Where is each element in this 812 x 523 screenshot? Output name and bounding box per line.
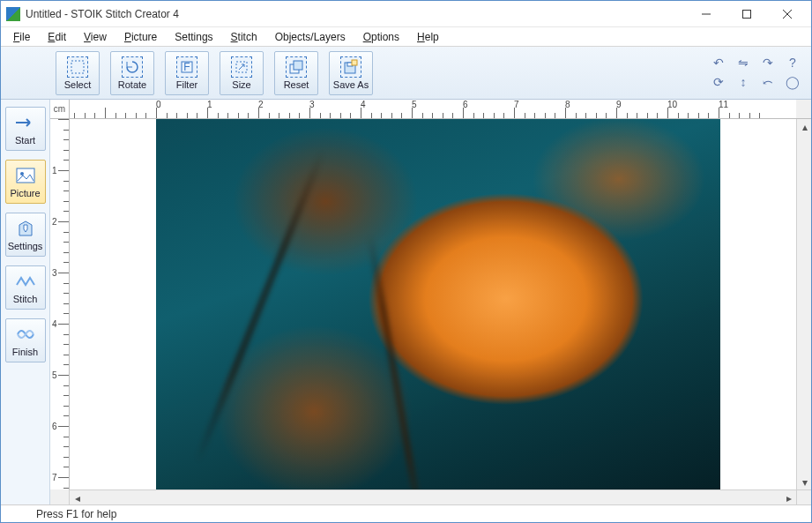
filter-icon: F <box>176 56 197 78</box>
rotate-label: Rotate <box>118 79 146 90</box>
horizontal-scrollbar[interactable]: ◂ ▸ <box>70 489 796 504</box>
h-ruler-label: 3 <box>309 100 315 109</box>
save-as-button[interactable]: Save As <box>329 51 373 95</box>
reset-icon <box>286 56 307 78</box>
horizontal-ruler: 01234567891011 <box>70 100 796 119</box>
workspace: StartPictureSettingsStitchFinish cm 0123… <box>1 100 811 504</box>
menu-file[interactable]: File <box>4 29 39 45</box>
minimize-button[interactable] <box>686 1 726 27</box>
app-icon <box>6 7 20 21</box>
svg-rect-6 <box>294 61 302 70</box>
scroll-right-arrow-icon[interactable]: ▸ <box>781 490 796 505</box>
stretch-mini-button[interactable]: ↕ <box>735 75 751 89</box>
ruler-unit-box[interactable]: cm <box>50 100 70 119</box>
statusbar: Press F1 for help <box>1 504 811 522</box>
menu-picture[interactable]: Picture <box>115 29 166 45</box>
menu-stitch[interactable]: Stitch <box>222 29 266 45</box>
h-ruler-label: 10 <box>667 100 677 109</box>
svg-rect-0 <box>743 10 751 18</box>
rotate-icon <box>122 56 143 78</box>
menu-settings[interactable]: Settings <box>166 29 221 45</box>
svg-text:F: F <box>183 61 190 73</box>
reset-label: Reset <box>284 79 309 90</box>
titlebar: Untitled - STOIK Stitch Creator 4 <box>1 1 811 27</box>
sidetab-settings-label: Settings <box>8 241 43 251</box>
close-button[interactable] <box>767 1 808 27</box>
h-ruler-label: 8 <box>565 100 570 109</box>
sidetab-finish-label: Finish <box>12 347 38 357</box>
select-button[interactable]: Select <box>56 51 100 95</box>
undo-mini-button[interactable]: ↶ <box>711 56 726 70</box>
size-button[interactable]: Size <box>220 51 264 95</box>
menu-help[interactable]: Help <box>408 29 448 45</box>
start-icon <box>13 112 38 133</box>
sidetab-start-label: Start <box>15 135 35 146</box>
sidetab-finish[interactable]: Finish <box>5 318 46 362</box>
select-icon <box>67 56 88 78</box>
vertical-scrollbar[interactable]: ▴ ▾ <box>796 119 811 489</box>
rotate-button[interactable]: Rotate <box>110 51 154 95</box>
sidetab-picture-label: Picture <box>10 188 40 198</box>
menubar: FileEditViewPictureSettingsStitchObjects… <box>1 27 811 47</box>
sidetab-picture[interactable]: Picture <box>5 160 46 204</box>
h-ruler-label: 9 <box>616 100 622 109</box>
refresh-mini-button[interactable]: ⟳ <box>711 75 726 89</box>
svg-point-11 <box>20 172 24 176</box>
picture-icon <box>13 165 38 186</box>
menu-objects-layers[interactable]: Objects/Layers <box>266 29 354 45</box>
document-image[interactable] <box>156 119 720 489</box>
svg-rect-1 <box>71 61 84 73</box>
v-ruler-label: 6 <box>52 422 57 431</box>
window-title: Untitled - STOIK Stitch Creator 4 <box>26 8 179 20</box>
save-as-label: Save As <box>333 79 369 90</box>
hscroll-row: ◂ ▸ <box>50 489 811 504</box>
v-ruler-label: 4 <box>52 319 57 329</box>
rotate-ccw-mini-button[interactable]: ⤺ <box>760 75 776 89</box>
finish-icon <box>13 324 38 345</box>
editor: cm 01234567891011 12345678 ▴ ▾ ◂ <box>50 100 811 504</box>
top-ruler-row: cm 01234567891011 <box>50 100 811 119</box>
h-ruler-label: 0 <box>156 100 161 109</box>
v-ruler-label: 1 <box>52 166 57 176</box>
sidetab-stitch[interactable]: Stitch <box>5 265 46 310</box>
statusbar-help-text: Press F1 for help <box>6 508 116 520</box>
h-ruler-label: 4 <box>361 100 366 109</box>
menu-view[interactable]: View <box>75 29 115 45</box>
sidetab-settings[interactable]: Settings <box>5 213 46 257</box>
size-label: Size <box>232 79 250 90</box>
menu-options[interactable]: Options <box>354 29 408 45</box>
h-ruler-label: 6 <box>463 100 468 109</box>
svg-rect-9 <box>352 60 357 65</box>
settings-icon <box>13 218 38 239</box>
v-ruler-label: 3 <box>52 268 57 278</box>
v-ruler-label: 7 <box>52 473 57 482</box>
window: Untitled - STOIK Stitch Creator 4 FileEd… <box>0 0 812 523</box>
maximize-button[interactable] <box>726 1 767 27</box>
canvas-viewport[interactable] <box>70 119 796 489</box>
scroll-left-arrow-icon[interactable]: ◂ <box>70 490 85 505</box>
filter-button[interactable]: FFilter <box>165 51 209 95</box>
v-ruler-label: 5 <box>52 370 57 380</box>
size-icon <box>231 56 252 78</box>
vertical-ruler: 12345678 <box>50 119 70 489</box>
canvas-row: 12345678 ▴ ▾ <box>50 119 811 489</box>
menu-edit[interactable]: Edit <box>39 29 75 45</box>
h-ruler-label: 5 <box>412 100 417 109</box>
v-ruler-label: 2 <box>52 217 57 227</box>
sidetab-stitch-label: Stitch <box>13 294 38 304</box>
sidetab-start[interactable]: Start <box>5 107 46 151</box>
scroll-up-arrow-icon[interactable]: ▴ <box>797 119 812 134</box>
help-mini-button[interactable]: ? <box>785 56 801 70</box>
h-ruler-label: 11 <box>719 100 728 109</box>
flip-h-mini-button[interactable]: ⇋ <box>735 56 751 70</box>
svg-rect-10 <box>17 168 34 183</box>
sidetabs: StartPictureSettingsStitchFinish <box>1 100 50 504</box>
h-ruler-label: 2 <box>258 100 264 109</box>
circle-mini-button[interactable]: ◯ <box>785 75 801 89</box>
reset-button[interactable]: Reset <box>274 51 318 95</box>
save-as-icon <box>340 56 361 78</box>
redo-mini-button[interactable]: ↷ <box>760 56 776 70</box>
toolbar: SelectRotateFFilterSizeResetSave As ↶⇋↷?… <box>1 47 811 100</box>
scroll-down-arrow-icon[interactable]: ▾ <box>797 474 812 489</box>
filter-label: Filter <box>176 79 197 90</box>
